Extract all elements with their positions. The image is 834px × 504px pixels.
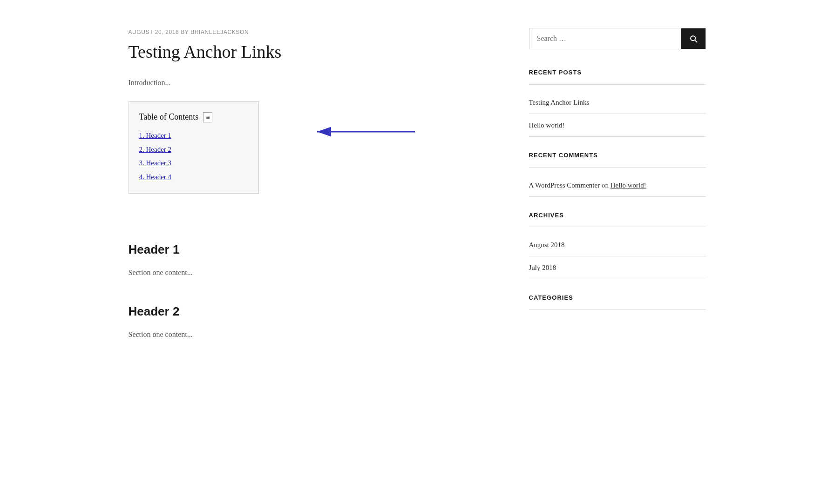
post-intro: Introduction... [129, 77, 492, 89]
arrow-annotation [312, 125, 415, 139]
search-button[interactable] [681, 28, 705, 49]
search-widget [529, 28, 706, 49]
recent-post-link-1[interactable]: Testing Anchor Links [529, 99, 590, 106]
toc-link-1[interactable]: 1. Header 1 [139, 132, 172, 139]
list-item: July 2018 [529, 256, 706, 279]
list-item: A WordPress Commenter on Hello world! [529, 174, 706, 197]
comment-post-link[interactable]: Hello world! [610, 181, 646, 189]
page-wrapper: August 20, 2018 by BrianLeeJackson Testi… [91, 0, 743, 392]
archive-link-jul[interactable]: July 2018 [529, 264, 556, 271]
categories-title: CATEGORIES [529, 293, 706, 310]
list-item: 4. Header 4 [139, 171, 248, 183]
recent-comments-title: RECENT COMMENTS [529, 151, 706, 168]
section-2: Header 2 Section one content... [129, 302, 492, 341]
comment-author-link[interactable]: A WordPress Commenter [529, 181, 600, 189]
list-item: 3. Header 3 [139, 157, 248, 169]
toc-list: 1. Header 1 2. Header 2 3. Header 3 4. H… [139, 129, 248, 182]
categories-section: CATEGORIES [529, 293, 706, 310]
archive-link-aug[interactable]: August 2018 [529, 241, 565, 249]
archives-section: ARCHIVES August 2018 July 2018 [529, 211, 706, 280]
list-item: 2. Header 2 [139, 143, 248, 155]
comment-item: A WordPress Commenter on Hello world! [529, 181, 646, 189]
recent-posts-section: RECENT POSTS Testing Anchor Links Hello … [529, 68, 706, 137]
list-item: August 2018 [529, 234, 706, 256]
section-1-content: Section one content... [129, 267, 492, 279]
search-input[interactable] [529, 28, 681, 49]
recent-comments-section: RECENT COMMENTS A WordPress Commenter on… [529, 151, 706, 197]
section-2-heading: Header 2 [129, 302, 492, 322]
toc-link-3[interactable]: 3. Header 3 [139, 159, 172, 167]
section-1: Header 1 Section one content... [129, 240, 492, 279]
section-2-content: Section one content... [129, 329, 492, 341]
post-title: Testing Anchor Links [129, 41, 492, 63]
post-meta: August 20, 2018 by BrianLeeJackson [129, 28, 492, 37]
sidebar: RECENT POSTS Testing Anchor Links Hello … [529, 28, 706, 364]
main-content: August 20, 2018 by BrianLeeJackson Testi… [129, 28, 492, 364]
list-item: Testing Anchor Links [529, 91, 706, 114]
section-1-heading: Header 1 [129, 240, 492, 260]
archives-list: August 2018 July 2018 [529, 234, 706, 279]
recent-posts-title: RECENT POSTS [529, 68, 706, 85]
recent-comments-list: A WordPress Commenter on Hello world! [529, 174, 706, 197]
toc-link-2[interactable]: 2. Header 2 [139, 146, 172, 153]
recent-post-link-2[interactable]: Hello world! [529, 121, 565, 129]
search-icon [689, 34, 698, 43]
toc-header: Table of Contents ≡ [139, 110, 248, 124]
toc-toggle-button[interactable]: ≡ [203, 112, 212, 122]
toc-link-4[interactable]: 4. Header 4 [139, 173, 172, 181]
toc-title: Table of Contents [139, 110, 199, 124]
list-item: 1. Header 1 [139, 129, 248, 141]
list-item: Hello world! [529, 114, 706, 137]
archives-title: ARCHIVES [529, 211, 706, 228]
recent-posts-list: Testing Anchor Links Hello world! [529, 91, 706, 137]
table-of-contents: Table of Contents ≡ 1. Header 1 2. Heade… [129, 101, 259, 193]
comment-connector: on [602, 181, 609, 189]
